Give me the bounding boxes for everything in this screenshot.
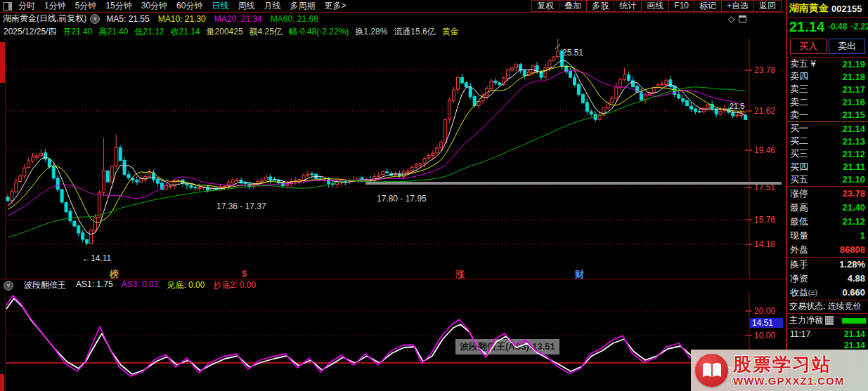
flow-bar (842, 318, 866, 324)
site-logo: 股票学习站 WWW.GPXXZ1.COM (691, 350, 868, 391)
toolbar-button-5[interactable]: F10 (668, 0, 694, 12)
indicator-axis-label-0: 20.00 (754, 306, 775, 316)
ask-row-4[interactable]: 卖四21.18 (787, 70, 868, 83)
info-token-2: 高21.40 (98, 26, 128, 38)
y-axis-label-4: 15.76 (754, 215, 775, 225)
toolbar-button-6[interactable]: 标记 (694, 0, 722, 12)
trading-app-window: 分时1分钟5分钟15分钟30分钟60分钟日线周线月线多周期更多> 复权叠加多股统… (0, 0, 868, 391)
toolbar-button-8[interactable]: 返回 (753, 0, 782, 12)
indicator-axis-label-1: 10.00 (754, 331, 775, 340)
order-book: 卖五 ¥21.19卖四21.18卖三21.17卖二21.16卖一21.15买一2… (787, 58, 868, 187)
stat-row-收益㈢: 收益㈢0.660 (787, 286, 868, 300)
ma-value-0: MA5: 21.55 (106, 14, 149, 24)
bid-row-5[interactable]: 买五21.10 (787, 173, 868, 186)
top-toolbar: 分时1分钟5分钟15分钟30分钟60分钟日线周线月线多周期更多> 复权叠加多股统… (0, 0, 786, 13)
price-row: 21.14 -0.48 -2.22% (787, 18, 868, 36)
stat-row-外盘: 外盘86808 (787, 243, 868, 257)
indicator-value-1: AS3: 0.02 (122, 279, 159, 291)
ma-line-60 (8, 87, 746, 237)
stat-row-最低: 最低21.12 (787, 215, 868, 229)
price-change: -0.48 (828, 22, 847, 32)
info-token-0: 2025/12/25/四 (4, 26, 56, 38)
ask-row-1[interactable]: 卖一21.15 (787, 109, 868, 121)
bid-row-3[interactable]: 买三21.12 (787, 147, 868, 160)
candlestick-chart[interactable]: 榜$涨财 25.5117.80 - 17.9517.36 - 17.37←14.… (0, 38, 786, 279)
price-change-pct: -2.22% (850, 22, 868, 32)
quote-side-panel: 湖南黄金 002155 21.14 -0.48 -2.22% 买入 卖出 卖五 … (786, 0, 868, 391)
ma-value-1: MA10: 21.30 (158, 14, 206, 24)
menu-item-3[interactable]: 15分钟 (105, 0, 131, 12)
stat-row-最高: 最高21.40 (787, 201, 868, 215)
indicator-values: AS1: 1.75AS3: 0.02见底: 0.00抄底2: 0.00 (76, 279, 256, 291)
open-book-icon (701, 362, 723, 380)
ma-line-5 (8, 60, 746, 234)
bid-row-4[interactable]: 买四21.11 (787, 161, 868, 173)
chevron-down-icon[interactable]: ∨ (4, 281, 13, 291)
indicator-value-0: AS1: 1.75 (76, 279, 113, 291)
last-price-tag: 21.5 (730, 102, 744, 110)
window-icon[interactable] (739, 15, 746, 22)
instrument-title: 湖南黄金(日线,前复权) (3, 13, 86, 25)
window-split-icon[interactable] (3, 2, 12, 11)
menu-item-4[interactable]: 30分钟 (141, 0, 167, 12)
menu-item-7[interactable]: 周线 (238, 0, 254, 12)
svg-text:14.51: 14.51 (752, 318, 773, 328)
stock-header: 湖南黄金 002155 (787, 0, 868, 18)
document-icon[interactable] (825, 316, 834, 325)
bid-row-2[interactable]: 买二21.13 (787, 135, 868, 147)
logo-url: WWW.GPXXZ1.COM (733, 376, 844, 386)
toolbar-button-2[interactable]: 多股 (586, 0, 614, 12)
toolbar-button-3[interactable]: 统计 (614, 0, 642, 12)
indicator-svg: 20.0010.0014.51 (0, 291, 786, 391)
ask-row-3[interactable]: 卖三21.17 (787, 83, 868, 95)
info-token-1: 开21.40 (63, 26, 92, 38)
indicator-value-3: 抄底2: 0.00 (213, 279, 256, 291)
toolbar-button-1[interactable]: 叠加 (559, 0, 587, 12)
ask-row-2[interactable]: 卖二21.16 (787, 96, 868, 109)
info-token-8: 换1.28% (355, 26, 387, 38)
stock-code: 002155 (831, 4, 862, 14)
book-logo-icon (695, 354, 728, 387)
trade-buttons: 买入 卖出 (787, 36, 868, 58)
main-flow-row: 主力净额 (787, 314, 868, 329)
toolbar-button-0[interactable]: 复权 (531, 0, 559, 12)
info-token-9: 流通15.6亿 (394, 26, 435, 38)
tick-list: 11:1721.1421.14 (787, 329, 868, 351)
toolbar-button-7[interactable]: +自选 (721, 0, 754, 12)
diamond-icon[interactable]: ◇ (728, 14, 734, 24)
indicator-chart[interactable]: 波段翻倍王(AS3):13.51 20.0010.0014.51 (0, 291, 786, 391)
info-token-5: 量200425 (207, 26, 243, 38)
ma-value-3: MA60: 21.66 (271, 14, 318, 24)
indicator-value-2: 见底: 0.00 (167, 279, 205, 291)
y-axis-label-0: 23.78 (754, 65, 775, 75)
menu-item-8[interactable]: 月线 (264, 0, 280, 12)
menu-item-9[interactable]: 多周期 (290, 0, 315, 12)
stat-row-现量: 现量1 (787, 229, 868, 243)
chart-title-row: 湖南黄金(日线,前复权) ∨ MA5: 21.55MA10: 21.30MA20… (0, 12, 786, 25)
period-menu: 分时1分钟5分钟15分钟30分钟60分钟日线周线月线多周期更多> (18, 0, 346, 12)
trade-status: 交易状态: 连续竞价 (787, 300, 868, 314)
ask-row-5[interactable]: 卖五 ¥21.19 (787, 58, 868, 70)
menu-item-10[interactable]: 更多> (324, 0, 346, 12)
toolbar-button-4[interactable]: 画线 (641, 0, 669, 12)
bid-row-1[interactable]: 买一21.14 (787, 122, 868, 135)
ma-value-2: MA20: 21.34 (214, 14, 262, 24)
buy-button[interactable]: 买入 (790, 39, 827, 54)
indicator-name: 波段翻倍王 (24, 279, 66, 291)
info-token-6: 额4.25亿 (250, 26, 283, 38)
chevron-down-icon[interactable]: ∨ (90, 14, 100, 24)
menu-item-1[interactable]: 1分钟 (44, 0, 66, 12)
info-token-4: 收21.14 (171, 26, 200, 38)
main-chart-svg: 23.7821.6219.4617.5115.7614.1821.5 (0, 38, 786, 279)
last-price: 21.14 (789, 18, 824, 35)
info-token-3: 低21.12 (134, 26, 164, 38)
menu-item-6[interactable]: 日线 (212, 0, 228, 12)
y-axis-label-2: 19.46 (754, 145, 775, 155)
indicator-title-row: ∨ 波段翻倍王 AS1: 1.75AS3: 0.02见底: 0.00抄底2: 0… (0, 279, 786, 291)
stat-row-换手: 换手1.28% (787, 258, 868, 272)
menu-item-0[interactable]: 分时 (18, 0, 35, 12)
menu-item-5[interactable]: 60分钟 (176, 0, 202, 12)
menu-item-2[interactable]: 5分钟 (75, 0, 97, 12)
sell-button[interactable]: 卖出 (829, 39, 865, 54)
tick-row-0: 11:1721.14 (787, 329, 868, 340)
